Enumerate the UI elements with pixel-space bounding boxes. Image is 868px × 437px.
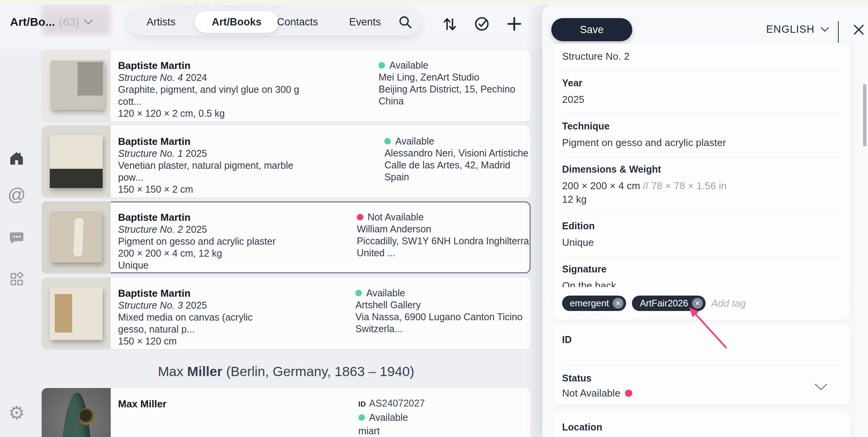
add-button[interactable] xyxy=(505,13,524,35)
check-circle-icon xyxy=(473,15,490,32)
app-window: La Lueur du Crépuscule 1987 Oil 90 Avail… xyxy=(0,0,868,437)
search-button[interactable] xyxy=(397,14,413,31)
remove-tag-icon[interactable]: ✕ xyxy=(692,298,703,309)
artwork-medium: Graphite, pigment, and vinyl glue on 300… xyxy=(118,84,302,108)
artwork-dimensions: 150 × 120 cm xyxy=(118,335,279,347)
add-tag-input[interactable] xyxy=(711,297,781,309)
chevron-down-icon[interactable] xyxy=(814,383,828,391)
artwork-title: Structure No. 3 2025 xyxy=(118,299,279,311)
contact-name: Mei Ling, ZenArt Studio xyxy=(378,71,530,83)
artwork-thumbnail xyxy=(42,126,111,197)
language-selector[interactable]: ENGLISH xyxy=(766,24,829,35)
nav-messages[interactable] xyxy=(0,230,33,246)
top-strip xyxy=(0,0,868,5)
status-badge: Available xyxy=(378,59,530,71)
artwork-info: Max Miller xyxy=(118,388,282,437)
artwork-card[interactable]: Baptiste Martin Structure No. 3 2025 Mix… xyxy=(42,277,530,349)
contact-address: Calle de las Artes, 42, Madrid Spain xyxy=(384,159,530,183)
artist-name: Baptiste Martin xyxy=(118,59,302,72)
chevron-down-icon xyxy=(820,27,829,32)
artwork-card[interactable]: Baptiste Martin Structure No. 1 2025 Ven… xyxy=(42,126,530,197)
artwork-dimensions: 150 × 150 × 2 cm xyxy=(118,183,308,195)
artwork-thumbnail xyxy=(42,50,111,121)
sort-button[interactable] xyxy=(440,13,459,35)
artwork-edition: Unique xyxy=(118,347,279,349)
artwork-status-info: Not Available William Anderson Piccadill… xyxy=(357,202,530,273)
chevron-down-icon xyxy=(83,19,93,25)
artwork-thumbnail xyxy=(42,202,111,273)
close-panel-button[interactable] xyxy=(851,22,866,37)
artwork-dimensions: 200 × 200 × 4 cm, 12 kg xyxy=(118,247,280,259)
venue: miart xyxy=(358,424,530,437)
artist-section-heading: Max Miller (Berlin, Germany, 1863 – 1940… xyxy=(42,364,530,379)
artwork-medium: Mixed media on canvas (acrylic gesso, na… xyxy=(118,311,279,335)
tag-artfair2026[interactable]: ArtFair2026 ✕ xyxy=(632,296,705,311)
field-title[interactable]: Structure No. 2 xyxy=(562,48,841,71)
select-mode-button[interactable] xyxy=(472,13,491,35)
nav-apps[interactable] xyxy=(0,271,33,287)
close-icon xyxy=(852,23,865,36)
field-id-label[interactable]: ID xyxy=(562,334,572,345)
tab-artists[interactable]: Artists xyxy=(147,8,176,35)
sort-icon xyxy=(441,16,458,32)
artwork-info: Baptiste Martin Structure No. 2 2025 Pig… xyxy=(118,202,280,273)
list-header: Art/Bo... (63) Artists Art/Books Contact… xyxy=(0,0,542,49)
tag-emergent[interactable]: emergent ✕ xyxy=(562,296,626,311)
collection-name: Art/Bo... xyxy=(10,15,55,29)
save-button[interactable]: Save xyxy=(551,18,632,41)
artwork-title: Structure No. 1 2025 xyxy=(118,148,308,160)
location-card[interactable]: Location William And xyxy=(553,412,850,437)
artwork-status-info: Available Artshell Gallery Via Nassa, 69… xyxy=(355,277,530,349)
artist-name: Baptiste Martin xyxy=(118,287,279,299)
artwork-id: IDAS24072027 xyxy=(358,397,530,411)
nav-mentions[interactable]: @ xyxy=(0,186,33,203)
field-status-label: Status xyxy=(562,373,591,384)
status-dot-icon xyxy=(384,138,391,145)
remove-tag-icon[interactable]: ✕ xyxy=(613,298,623,309)
artist-name: Max Miller xyxy=(118,398,282,410)
home-icon xyxy=(8,150,25,167)
id-status-card: ID Status Not Available xyxy=(553,325,850,405)
artwork-title: Structure No. 2 2025 xyxy=(118,224,280,235)
status-select[interactable]: Not Available xyxy=(562,387,632,400)
status-badge: Not Available xyxy=(357,211,530,223)
field-year[interactable]: Year 2025 xyxy=(562,71,841,114)
tab-events[interactable]: Events xyxy=(349,8,381,35)
contact-address: Beijing Arts District, 15, Pechino China xyxy=(378,83,530,107)
status-dot-icon xyxy=(625,390,632,397)
status-dot-icon xyxy=(357,214,363,220)
field-edition[interactable]: Edition Unique xyxy=(562,214,841,257)
artwork-info: Baptiste Martin Structure No. 3 2025 Mix… xyxy=(118,277,279,349)
artwork-status-info: Available Mei Ling, ZenArt Studio Beijin… xyxy=(378,50,530,121)
artwork-medium: Venetian plaster, natural pigment, marbl… xyxy=(118,160,308,183)
contact-name: William Anderson xyxy=(357,223,530,235)
header-divider xyxy=(838,21,839,43)
artwork-card[interactable]: Baptiste Martin Structure No. 2 2025 Pig… xyxy=(42,202,530,273)
contact-name: Artshell Gallery xyxy=(355,299,530,311)
field-dimensions[interactable]: Dimensions & Weight 200 × 200 × 4 cm // … xyxy=(562,157,841,214)
panel-scrollbar[interactable] xyxy=(863,84,866,146)
contact-address: Via Nassa, 6900 Lugano Canton Ticino Swi… xyxy=(355,311,530,335)
nav-home[interactable] xyxy=(0,150,33,167)
status-badge: Available xyxy=(355,287,530,299)
artwork-fields-card: Structure No. 2 Year 2025 Technique Pigm… xyxy=(553,44,850,300)
nav-settings[interactable]: ⚙ xyxy=(0,404,33,422)
artwork-medium: Pigment on gesso and acrylic plaster xyxy=(118,235,280,247)
field-technique[interactable]: Technique Pigment on gesso and acrylic p… xyxy=(562,114,841,157)
language-label: ENGLISH xyxy=(766,24,815,35)
contact-name: Alessandro Neri, Visioni Artistiche xyxy=(384,147,530,159)
artwork-card[interactable]: Baptiste Martin Structure No. 4 2024 Gra… xyxy=(42,50,530,121)
artworks-list: La Lueur du Crépuscule 1987 Oil 90 Avail… xyxy=(33,0,542,437)
apps-grid-icon xyxy=(8,271,25,287)
status-badge: Available xyxy=(358,411,530,424)
artwork-card-miller[interactable]: Max Miller IDAS24072027 Available miart … xyxy=(42,388,530,437)
collection-selector[interactable]: Art/Bo... (63) xyxy=(10,15,93,29)
artwork-title: Structure No. 4 2024 xyxy=(118,72,302,84)
artwork-edition: Series of 10 unique variations (this is … xyxy=(118,119,302,121)
tab-artbooks[interactable]: Art/Books xyxy=(195,11,279,33)
artwork-detail-panel: Save ENGLISH Structure No. 2 Year 2025 T… xyxy=(542,5,868,437)
tab-contacts[interactable]: Contacts xyxy=(277,8,318,35)
collection-count: (63) xyxy=(59,15,79,29)
artwork-edition: Unique xyxy=(118,259,280,271)
artist-name: Baptiste Martin xyxy=(118,135,308,148)
